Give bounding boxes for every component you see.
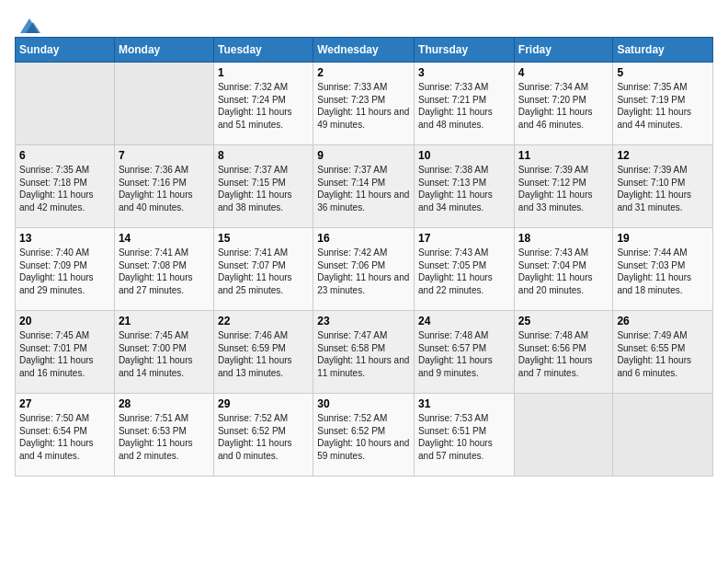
day-header-thursday: Thursday <box>415 38 515 63</box>
cell-content: Sunrise: 7:48 AM Sunset: 6:56 PM Dayligh… <box>518 329 609 379</box>
calendar-cell <box>114 63 213 145</box>
day-number: 29 <box>218 397 309 410</box>
calendar-cell: 8Sunrise: 7:37 AM Sunset: 7:15 PM Daylig… <box>213 145 313 228</box>
week-row-3: 13Sunrise: 7:40 AM Sunset: 7:09 PM Dayli… <box>16 228 713 311</box>
cell-content: Sunrise: 7:43 AM Sunset: 7:04 PM Dayligh… <box>518 247 609 296</box>
day-number: 9 <box>317 149 410 162</box>
calendar-cell: 16Sunrise: 7:42 AM Sunset: 7:06 PM Dayli… <box>313 228 415 311</box>
calendar-cell: 22Sunrise: 7:46 AM Sunset: 6:59 PM Dayli… <box>213 311 313 394</box>
day-number: 31 <box>418 397 510 410</box>
cell-content: Sunrise: 7:52 AM Sunset: 6:52 PM Dayligh… <box>317 412 410 462</box>
day-number: 30 <box>317 397 410 410</box>
day-header-friday: Friday <box>514 38 613 63</box>
day-number: 26 <box>617 315 709 327</box>
cell-content: Sunrise: 7:33 AM Sunset: 7:21 PM Dayligh… <box>418 81 510 131</box>
cell-content: Sunrise: 7:44 AM Sunset: 7:03 PM Dayligh… <box>617 247 709 296</box>
cell-content: Sunrise: 7:34 AM Sunset: 7:20 PM Dayligh… <box>518 81 609 131</box>
cell-content: Sunrise: 7:39 AM Sunset: 7:10 PM Dayligh… <box>617 164 709 213</box>
cell-content: Sunrise: 7:52 AM Sunset: 6:52 PM Dayligh… <box>218 412 309 462</box>
cell-content: Sunrise: 7:45 AM Sunset: 7:00 PM Dayligh… <box>119 329 210 379</box>
logo-icon <box>17 15 42 35</box>
cell-content: Sunrise: 7:45 AM Sunset: 7:01 PM Dayligh… <box>19 329 110 379</box>
calendar-cell: 29Sunrise: 7:52 AM Sunset: 6:52 PM Dayli… <box>213 394 313 477</box>
day-header-sunday: Sunday <box>16 38 115 63</box>
day-number: 27 <box>19 397 110 410</box>
calendar-cell: 20Sunrise: 7:45 AM Sunset: 7:01 PM Dayli… <box>16 311 115 394</box>
cell-content: Sunrise: 7:37 AM Sunset: 7:15 PM Dayligh… <box>218 164 309 213</box>
calendar-cell: 9Sunrise: 7:37 AM Sunset: 7:14 PM Daylig… <box>313 145 415 228</box>
calendar-cell: 26Sunrise: 7:49 AM Sunset: 6:55 PM Dayli… <box>613 311 713 394</box>
calendar-cell: 15Sunrise: 7:41 AM Sunset: 7:07 PM Dayli… <box>213 228 313 311</box>
day-number: 4 <box>518 66 609 79</box>
calendar-cell <box>514 394 613 477</box>
calendar-cell <box>613 394 713 477</box>
cell-content: Sunrise: 7:41 AM Sunset: 7:08 PM Dayligh… <box>119 247 210 296</box>
cell-content: Sunrise: 7:41 AM Sunset: 7:07 PM Dayligh… <box>218 247 309 296</box>
calendar-cell: 13Sunrise: 7:40 AM Sunset: 7:09 PM Dayli… <box>16 228 115 311</box>
day-header-monday: Monday <box>114 38 213 63</box>
day-number: 2 <box>317 66 410 79</box>
calendar-cell: 2Sunrise: 7:33 AM Sunset: 7:23 PM Daylig… <box>313 63 415 145</box>
calendar-cell: 21Sunrise: 7:45 AM Sunset: 7:00 PM Dayli… <box>114 311 213 394</box>
cell-content: Sunrise: 7:47 AM Sunset: 6:58 PM Dayligh… <box>317 329 410 379</box>
day-number: 12 <box>617 149 709 162</box>
calendar-table: SundayMondayTuesdayWednesdayThursdayFrid… <box>15 37 713 477</box>
cell-content: Sunrise: 7:50 AM Sunset: 6:54 PM Dayligh… <box>19 412 110 462</box>
calendar-cell: 14Sunrise: 7:41 AM Sunset: 7:08 PM Dayli… <box>114 228 213 311</box>
day-number: 24 <box>418 315 510 327</box>
day-number: 22 <box>218 315 309 327</box>
cell-content: Sunrise: 7:43 AM Sunset: 7:05 PM Dayligh… <box>418 247 510 296</box>
calendar-cell: 30Sunrise: 7:52 AM Sunset: 6:52 PM Dayli… <box>313 394 415 477</box>
week-row-4: 20Sunrise: 7:45 AM Sunset: 7:01 PM Dayli… <box>16 311 713 394</box>
week-row-5: 27Sunrise: 7:50 AM Sunset: 6:54 PM Dayli… <box>16 394 713 477</box>
day-number: 20 <box>19 315 110 327</box>
cell-content: Sunrise: 7:51 AM Sunset: 6:53 PM Dayligh… <box>119 412 210 462</box>
calendar-cell: 28Sunrise: 7:51 AM Sunset: 6:53 PM Dayli… <box>114 394 213 477</box>
calendar-cell: 17Sunrise: 7:43 AM Sunset: 7:05 PM Dayli… <box>415 228 515 311</box>
calendar-cell: 1Sunrise: 7:32 AM Sunset: 7:24 PM Daylig… <box>213 63 313 145</box>
day-number: 1 <box>218 66 309 79</box>
day-number: 19 <box>617 232 709 245</box>
calendar-cell: 11Sunrise: 7:39 AM Sunset: 7:12 PM Dayli… <box>514 145 613 228</box>
calendar-cell: 24Sunrise: 7:48 AM Sunset: 6:57 PM Dayli… <box>415 311 515 394</box>
calendar-cell: 7Sunrise: 7:36 AM Sunset: 7:16 PM Daylig… <box>114 145 213 228</box>
cell-content: Sunrise: 7:48 AM Sunset: 6:57 PM Dayligh… <box>418 329 510 379</box>
cell-content: Sunrise: 7:35 AM Sunset: 7:18 PM Dayligh… <box>19 164 110 213</box>
cell-content: Sunrise: 7:32 AM Sunset: 7:24 PM Dayligh… <box>218 81 309 131</box>
day-number: 6 <box>19 149 110 162</box>
calendar-cell: 3Sunrise: 7:33 AM Sunset: 7:21 PM Daylig… <box>415 63 515 145</box>
day-number: 11 <box>518 149 609 162</box>
logo <box>15 15 42 26</box>
cell-content: Sunrise: 7:33 AM Sunset: 7:23 PM Dayligh… <box>317 81 410 131</box>
calendar-cell: 18Sunrise: 7:43 AM Sunset: 7:04 PM Dayli… <box>514 228 613 311</box>
day-number: 14 <box>119 232 210 245</box>
calendar-cell: 10Sunrise: 7:38 AM Sunset: 7:13 PM Dayli… <box>415 145 515 228</box>
calendar-cell: 31Sunrise: 7:53 AM Sunset: 6:51 PM Dayli… <box>415 394 515 477</box>
day-number: 15 <box>218 232 309 245</box>
day-header-saturday: Saturday <box>613 38 713 63</box>
day-number: 25 <box>518 315 609 327</box>
cell-content: Sunrise: 7:36 AM Sunset: 7:16 PM Dayligh… <box>119 164 210 213</box>
calendar-cell <box>16 63 115 145</box>
calendar-cell: 4Sunrise: 7:34 AM Sunset: 7:20 PM Daylig… <box>514 63 613 145</box>
calendar-cell: 19Sunrise: 7:44 AM Sunset: 7:03 PM Dayli… <box>613 228 713 311</box>
cell-content: Sunrise: 7:46 AM Sunset: 6:59 PM Dayligh… <box>218 329 309 379</box>
calendar-cell: 23Sunrise: 7:47 AM Sunset: 6:58 PM Dayli… <box>313 311 415 394</box>
day-number: 3 <box>418 66 510 79</box>
cell-content: Sunrise: 7:42 AM Sunset: 7:06 PM Dayligh… <box>317 247 410 296</box>
week-row-2: 6Sunrise: 7:35 AM Sunset: 7:18 PM Daylig… <box>16 145 713 228</box>
cell-content: Sunrise: 7:35 AM Sunset: 7:19 PM Dayligh… <box>617 81 709 131</box>
day-number: 7 <box>119 149 210 162</box>
calendar-cell: 12Sunrise: 7:39 AM Sunset: 7:10 PM Dayli… <box>613 145 713 228</box>
cell-content: Sunrise: 7:37 AM Sunset: 7:14 PM Dayligh… <box>317 164 410 213</box>
cell-content: Sunrise: 7:38 AM Sunset: 7:13 PM Dayligh… <box>418 164 510 213</box>
calendar-cell: 27Sunrise: 7:50 AM Sunset: 6:54 PM Dayli… <box>16 394 115 477</box>
day-number: 17 <box>418 232 510 245</box>
cell-content: Sunrise: 7:53 AM Sunset: 6:51 PM Dayligh… <box>418 412 510 462</box>
day-number: 28 <box>119 397 210 410</box>
calendar-header-row: SundayMondayTuesdayWednesdayThursdayFrid… <box>16 38 713 63</box>
day-number: 23 <box>317 315 410 327</box>
day-number: 5 <box>617 66 709 79</box>
cell-content: Sunrise: 7:39 AM Sunset: 7:12 PM Dayligh… <box>518 164 609 213</box>
day-number: 18 <box>518 232 609 245</box>
